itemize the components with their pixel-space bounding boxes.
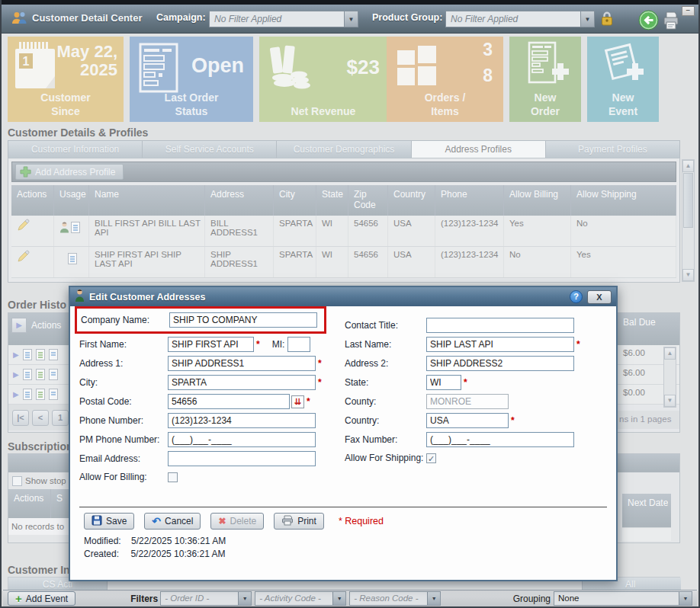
close-icon[interactable]: X — [587, 290, 612, 304]
tile-new-order[interactable]: New Order — [509, 37, 581, 122]
scroll-down-icon[interactable]: ▼ — [664, 395, 676, 407]
col-phone[interactable]: Phone — [435, 185, 504, 216]
activity-code-filter[interactable]: - Activity Code - ▼ — [255, 591, 346, 606]
expand-row-icon[interactable]: ▶ — [13, 370, 19, 379]
col-address[interactable]: Address — [205, 185, 274, 216]
postal-lookup-icon[interactable]: ⇊ — [291, 395, 304, 408]
col-state[interactable]: State — [316, 185, 348, 216]
grouping-value: None — [554, 592, 679, 605]
order-history-row[interactable]: ▶ — [8, 385, 69, 405]
col-allow-shipping[interactable]: Allow Shipping — [571, 185, 676, 216]
scroll-up-icon[interactable]: ▲ — [664, 347, 676, 360]
prev-page-button[interactable]: < — [32, 410, 49, 426]
dialog-title-bar[interactable]: Edit Customer Addresses ? X — [70, 287, 616, 306]
fax-number-field[interactable] — [426, 432, 574, 447]
email-field[interactable] — [168, 451, 316, 466]
col-usage[interactable]: Usage — [54, 185, 89, 216]
company-name-field[interactable] — [169, 312, 317, 328]
postal-code-label: Postal Code: — [79, 396, 168, 407]
state-field[interactable] — [426, 375, 461, 390]
phone-number-field[interactable] — [168, 413, 316, 428]
city-field[interactable] — [168, 375, 316, 390]
cancel-button[interactable]: ↶ Cancel — [144, 513, 201, 530]
address2-label: Address 2: — [345, 358, 426, 369]
order-history-row[interactable]: ▶ — [8, 365, 69, 385]
scroll-up-icon[interactable]: ▲ — [682, 160, 694, 172]
invoice-icon[interactable] — [23, 369, 32, 380]
pm-phone-field[interactable] — [168, 432, 316, 447]
order-id-filter[interactable]: - Order ID - ▼ — [160, 591, 252, 606]
delete-icon: ✖ — [218, 516, 226, 526]
chevron-down-icon[interactable]: ▼ — [332, 592, 345, 605]
first-name-field[interactable] — [168, 337, 254, 352]
tile-orders-items[interactable]: 3 8 Orders / Items — [387, 37, 503, 122]
tab-customer-information[interactable]: Customer Information — [8, 140, 143, 158]
chevron-down-icon[interactable]: ▼ — [427, 592, 440, 605]
mi-field[interactable] — [287, 337, 310, 352]
col-city[interactable]: City — [274, 185, 316, 216]
address-table-scrollbar[interactable]: ▲ ▼ — [682, 159, 695, 282]
reason-code-filter[interactable]: - Reason Code - ▼ — [349, 591, 441, 606]
last-name-field[interactable] — [426, 337, 574, 352]
required-star: * — [256, 339, 260, 350]
page-1-button[interactable]: 1 — [52, 410, 69, 426]
bal-due-col[interactable]: Bal Due — [618, 313, 662, 345]
address-row-bill[interactable]: BILL FIRST API BILL LAST API BILL ADDRES… — [11, 216, 676, 247]
phone-number-label: Phone Number: — [79, 415, 168, 426]
invoice-icon[interactable] — [23, 389, 32, 400]
country-field[interactable] — [426, 413, 509, 428]
tile-net-revenue[interactable]: $23 Net Revenue — [259, 37, 387, 122]
tab-address-profiles[interactable]: Address Profiles — [412, 140, 546, 158]
contact-title-field[interactable] — [426, 318, 574, 333]
edit-pencil-icon[interactable] — [17, 255, 30, 264]
order-doc-icon[interactable] — [49, 389, 58, 400]
scrollbar-thumb[interactable] — [683, 173, 693, 228]
chevron-down-icon[interactable]: ▼ — [238, 592, 251, 605]
subscriptions-actions-col[interactable]: Actions — [8, 489, 51, 518]
order-doc-icon[interactable] — [49, 349, 58, 360]
subscriptions-heading: Subscription — [8, 440, 73, 453]
receipt-icon[interactable] — [36, 349, 45, 360]
col-country[interactable]: Country — [388, 185, 435, 216]
address-doc-icon — [68, 253, 77, 264]
expand-row-icon[interactable]: ▶ — [13, 390, 19, 398]
print-button[interactable]: Print — [274, 513, 324, 530]
tile-new-event[interactable]: New Event — [587, 37, 659, 122]
scroll-down-icon[interactable]: ▼ — [682, 269, 694, 281]
order-doc-icon[interactable] — [49, 369, 58, 380]
show-stopped-checkbox[interactable] — [12, 476, 22, 486]
allow-shipping-checkbox[interactable]: ✓ — [426, 453, 436, 463]
receipt-icon[interactable] — [36, 389, 45, 400]
chevron-down-icon[interactable]: ▼ — [679, 592, 692, 605]
allow-billing-checkbox[interactable] — [168, 472, 178, 482]
tile-customer-since[interactable]: 1 May 22, 2025 Customer Since — [8, 37, 124, 122]
help-icon[interactable]: ? — [570, 290, 583, 303]
col-zip-code[interactable]: Zip Code — [348, 185, 388, 216]
subscriptions-second-col[interactable]: S — [51, 489, 63, 518]
col-actions[interactable]: Actions — [11, 185, 54, 216]
invoice-icon[interactable] — [23, 349, 32, 360]
tab-customer-demographics[interactable]: Customer Demographics — [277, 140, 411, 158]
add-address-profile-button[interactable]: Add Address Profile — [15, 164, 124, 180]
order-history-scrollbar[interactable]: ▲ ▼ — [663, 347, 676, 408]
expand-all-icon[interactable]: ▶ — [11, 318, 27, 333]
grouping-select[interactable]: None ▼ — [554, 591, 692, 606]
col-allow-billing[interactable]: Allow Billing — [504, 185, 571, 216]
save-button[interactable]: Save — [84, 513, 134, 530]
address2-field[interactable] — [426, 356, 574, 371]
address-row-ship[interactable]: SHIP FIRST API SHIP LAST API SHIP ADDRES… — [11, 247, 676, 278]
add-event-button[interactable]: + Add Event — [8, 591, 75, 606]
receipt-icon[interactable] — [36, 369, 45, 380]
expand-row-icon[interactable]: ▶ — [13, 350, 19, 359]
first-page-button[interactable]: |< — [12, 410, 29, 426]
order-history-row[interactable]: ▶ — [8, 345, 69, 365]
postal-code-field[interactable] — [168, 394, 290, 409]
col-name[interactable]: Name — [89, 185, 205, 216]
company-name-highlight: Company Name: — [75, 306, 326, 334]
tile-last-order-status[interactable]: Open Last Order Status — [130, 37, 253, 122]
edit-pencil-icon[interactable] — [17, 224, 30, 233]
next-date-col[interactable]: Next Date — [622, 494, 668, 527]
tab-payment-profiles[interactable]: Payment Profiles — [546, 140, 680, 158]
tab-self-service-accounts[interactable]: Self Service Accounts — [143, 140, 277, 158]
address1-field[interactable] — [168, 356, 316, 371]
